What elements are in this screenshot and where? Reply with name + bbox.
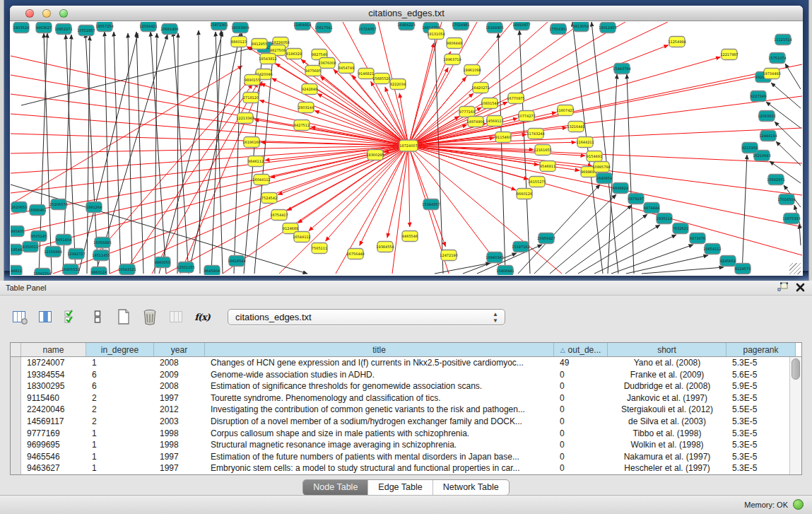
select-column-icon[interactable]: [36, 308, 54, 326]
network-view-window[interactable]: citations_edges.txt 19035249463627108522…: [10, 6, 803, 276]
column-header-title[interactable]: title: [205, 343, 554, 356]
cell-short[interactable]: Yano et al. (2008): [608, 357, 726, 369]
network-canvas[interactable]: 1903524946362710852271105528571955725412…: [11, 22, 802, 276]
cell-name[interactable]: 19384554: [21, 369, 86, 381]
close-panel-icon[interactable]: [796, 282, 805, 293]
cell-out_de[interactable]: 0: [554, 369, 608, 381]
cell-short[interactable]: Stergiakouli et al. (2012): [608, 404, 726, 416]
cell-pagerank[interactable]: 5.3E-5: [726, 357, 789, 369]
table-row[interactable]: 911546021997Tourette syndrome. Phenomeno…: [11, 392, 789, 404]
cell-title[interactable]: Genome-wide association studies in ADHD.: [205, 369, 554, 381]
cell-title[interactable]: Structural magnetic resonance image aver…: [205, 439, 554, 451]
cell-name[interactable]: 14569117: [21, 416, 86, 428]
function-builder-icon[interactable]: f(x): [193, 308, 211, 326]
cell-short[interactable]: Hescheler et al. (1997): [608, 462, 726, 474]
network-graph[interactable]: 1903524946362710852271105528571955725412…: [11, 22, 802, 275]
cell-pagerank[interactable]: 5.6E-5: [726, 369, 789, 381]
cell-name[interactable]: 9699695: [21, 439, 86, 451]
cell-title[interactable]: Changes of HCN gene expression and I(f) …: [205, 357, 554, 369]
cell-out_de[interactable]: 0: [554, 416, 608, 428]
cell-title[interactable]: Investigating the contribution of common…: [205, 404, 554, 416]
cell-short[interactable]: Tibbo et al. (1998): [608, 428, 726, 440]
window-resize-handle[interactable]: [789, 263, 801, 274]
column-header-year[interactable]: year: [154, 343, 205, 356]
column-header-pagerank[interactable]: pagerank: [726, 343, 796, 356]
table-row[interactable]: 1872400712008Changes of HCN gene express…: [11, 357, 789, 369]
tab-edge-table[interactable]: Edge Table: [368, 480, 433, 495]
table-row[interactable]: 2242004622012Investigating the contribut…: [11, 404, 789, 416]
cell-in_degree[interactable]: 1: [86, 428, 154, 440]
cell-in_degree[interactable]: 2: [86, 416, 154, 428]
cell-year[interactable]: 1998: [154, 428, 205, 440]
cell-out_de[interactable]: 0: [554, 380, 608, 392]
cell-name[interactable]: 18300295: [21, 380, 86, 392]
row-selection-icon[interactable]: [62, 308, 81, 326]
table-row[interactable]: 969969511998Structural magnetic resonanc…: [11, 439, 789, 451]
cell-short[interactable]: Nakamura et al. (1997): [608, 451, 726, 463]
cell-in_degree[interactable]: 6: [86, 380, 154, 392]
cell-name[interactable]: 9115460: [21, 392, 86, 404]
cell-out_de[interactable]: 49: [554, 357, 608, 369]
table-row[interactable]: 946362711997Embryonic stem cells: a mode…: [11, 462, 789, 474]
table-row[interactable]: 946554611997Estimation of the future num…: [11, 451, 789, 463]
cell-out_de[interactable]: 0: [554, 428, 608, 440]
cell-out_de[interactable]: 0: [554, 451, 608, 463]
cell-year[interactable]: 2003: [154, 416, 205, 428]
cell-year[interactable]: 2008: [154, 357, 205, 369]
cell-in_degree[interactable]: 2: [86, 404, 154, 416]
cell-out_de[interactable]: 0: [554, 462, 608, 474]
cell-name[interactable]: 9465546: [21, 451, 86, 463]
table-vertical-scrollbar[interactable]: [789, 357, 801, 474]
memory-status-icon[interactable]: [793, 499, 804, 510]
cell-pagerank[interactable]: 5.9E-5: [726, 380, 789, 392]
cell-name[interactable]: 9463627: [21, 462, 86, 474]
cell-in_degree[interactable]: 2: [86, 392, 154, 404]
table-rows[interactable]: 1872400712008Changes of HCN gene express…: [11, 357, 789, 474]
column-header-in_degree[interactable]: in_degree: [86, 343, 154, 356]
cell-short[interactable]: Franke et al. (2009): [608, 369, 726, 381]
delete-table-icon[interactable]: [141, 308, 159, 326]
cell-title[interactable]: Corpus callosum shape and size in male p…: [205, 428, 554, 440]
cell-year[interactable]: 1997: [154, 462, 205, 474]
cell-title[interactable]: Tourette syndrome. Phenomenology and cla…: [205, 392, 554, 404]
column-header-name[interactable]: name: [21, 343, 86, 356]
cell-out_de[interactable]: 0: [554, 439, 608, 451]
new-table-icon[interactable]: [114, 308, 133, 326]
column-header-out_de[interactable]: △out_de...: [554, 343, 608, 356]
cell-in_degree[interactable]: 1: [86, 462, 154, 474]
cell-year[interactable]: 2009: [154, 369, 205, 381]
cell-title[interactable]: Disruption of a novel member of a sodium…: [205, 416, 554, 428]
table-row[interactable]: 1456911722003Disruption of a novel membe…: [11, 416, 789, 428]
float-panel-icon[interactable]: [777, 282, 789, 293]
cell-in_degree[interactable]: 1: [86, 357, 154, 369]
cell-year[interactable]: 1997: [154, 392, 205, 404]
cell-in_degree[interactable]: 1: [86, 439, 154, 451]
cell-out_de[interactable]: 0: [554, 404, 608, 416]
cell-title[interactable]: Embryonic stem cells: a model to study s…: [205, 462, 554, 474]
cell-year[interactable]: 1998: [154, 439, 205, 451]
cell-pagerank[interactable]: 5.3E-5: [726, 439, 789, 451]
table-select-combo[interactable]: citations_edges.txt ▲▼: [228, 309, 505, 325]
scrollbar-thumb[interactable]: [792, 358, 800, 380]
cell-pagerank[interactable]: 5.3E-5: [726, 416, 789, 428]
cell-pagerank[interactable]: 5.3E-5: [726, 462, 789, 474]
cell-short[interactable]: Jankovic et al. (1997): [608, 392, 726, 404]
node-attribute-table[interactable]: namein_degreeyeartitle△out_de...shortpag…: [10, 342, 802, 475]
table-row[interactable]: 1830029562008Estimation of significance …: [11, 380, 789, 392]
cell-short[interactable]: Wolkin et al. (1998): [608, 439, 726, 451]
tab-node-table[interactable]: Node Table: [303, 480, 368, 495]
cell-year[interactable]: 2008: [154, 380, 205, 392]
table-row[interactable]: 1938455462009Genome-wide association stu…: [11, 369, 789, 381]
cell-name[interactable]: 22420046: [21, 404, 86, 416]
rows-icon[interactable]: [88, 308, 107, 326]
cell-pagerank[interactable]: 5.3E-5: [726, 392, 789, 404]
cell-in_degree[interactable]: 1: [86, 451, 154, 463]
cell-pagerank[interactable]: 5.3E-5: [726, 451, 789, 463]
cell-title[interactable]: Estimation of the future numbers of pati…: [205, 451, 554, 463]
cell-pagerank[interactable]: 5.3E-5: [726, 428, 789, 440]
tab-network-table[interactable]: Network Table: [433, 480, 509, 495]
column-settings-icon[interactable]: [10, 308, 28, 326]
cell-pagerank[interactable]: 5.5E-5: [726, 404, 789, 416]
cell-year[interactable]: 1997: [154, 451, 205, 463]
cell-year[interactable]: 2012: [154, 404, 205, 416]
